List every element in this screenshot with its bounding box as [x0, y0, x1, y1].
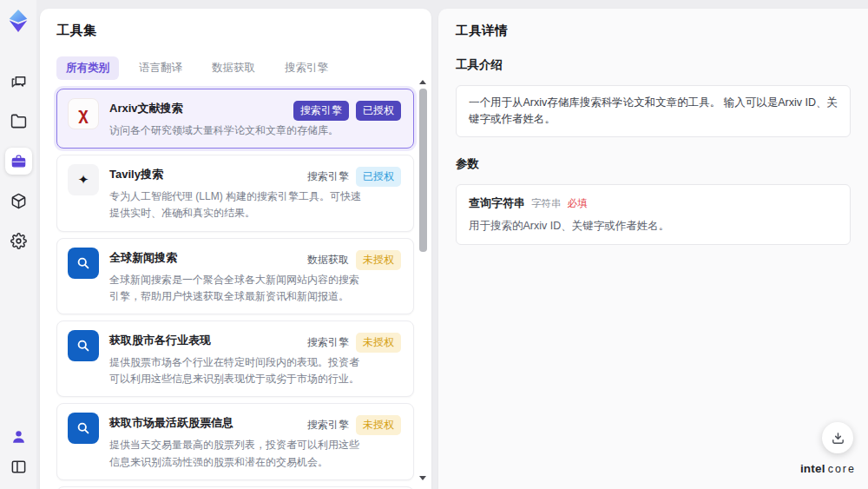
user-icon[interactable]: [6, 424, 30, 448]
tab-data-fetch[interactable]: 数据获取: [202, 56, 265, 80]
tool-card-active-stocks[interactable]: 获取市场最活跃股票信息 提供当天交易量最高的股票列表，投资者可以利用这些信息来识…: [56, 403, 414, 479]
intel-core-logo: intel core: [800, 462, 856, 475]
category-badge: 搜索引擎: [293, 101, 349, 121]
toolset-panel: 工具集 所有类别 语言翻译 数据获取 搜索引擎 χ Arxiv文献搜索 访问各个…: [40, 9, 431, 489]
tool-card-tavily[interactable]: ✦ Tavily搜索 专为人工智能代理 (LLM) 构建的搜索引擎工具。可快速提…: [56, 155, 414, 231]
auth-badge: 未授权: [356, 333, 401, 353]
app-logo-icon: [7, 9, 30, 33]
download-button[interactable]: [822, 422, 853, 453]
page-title: 工具集: [56, 23, 431, 39]
tab-all-categories[interactable]: 所有类别: [56, 56, 119, 80]
param-required-badge: 必填: [568, 197, 588, 210]
param-type: 字符串: [531, 197, 562, 210]
category-tabs: 所有类别 语言翻译 数据获取 搜索引擎: [56, 56, 431, 80]
sidebar: [0, 0, 36, 489]
scrollbar-up-button[interactable]: [419, 80, 426, 84]
auth-badge: 未授权: [356, 250, 401, 270]
params-heading: 参数: [456, 156, 851, 172]
chat-icon[interactable]: [5, 68, 32, 95]
tab-language-translation[interactable]: 语言翻译: [129, 56, 192, 80]
sidebar-bottom: [6, 424, 30, 479]
tool-description: 提供股票市场各个行业在特定时间段内的表现。投资者可以利用这些信息来识别表现优于或…: [109, 354, 365, 387]
brand-product: core: [828, 463, 856, 475]
tool-list: χ Arxiv文献搜索 访问各个研究领域大量科学论文和文章的存储库。 搜索引擎 …: [56, 89, 414, 489]
gear-icon[interactable]: [5, 228, 32, 254]
scrollbar-thumb[interactable]: [419, 89, 427, 252]
download-icon: [831, 431, 845, 446]
cube-icon[interactable]: [5, 188, 32, 215]
tool-intro-text: 一个用于从Arxiv存储库搜索科学论文和文章的工具。 输入可以是Arxiv ID…: [456, 85, 851, 137]
tool-card-arxiv[interactable]: χ Arxiv文献搜索 访问各个研究领域大量科学论文和文章的存储库。 搜索引擎 …: [56, 89, 414, 149]
tab-search-engine[interactable]: 搜索引擎: [275, 56, 338, 80]
blue-search-icon: [68, 413, 99, 444]
tool-card-global-news[interactable]: 全球新闻搜索 全球新闻搜索是一个聚合全球各大新闻网站内容的搜索引擎，帮助用户快速…: [56, 238, 414, 314]
param-description: 用于搜索的Arxiv ID、关键字或作者姓名。: [469, 219, 838, 234]
auth-badge: 未授权: [356, 415, 401, 435]
arxiv-logo-icon: χ: [68, 98, 99, 129]
blue-search-icon: [68, 248, 99, 279]
brand-vendor: intel: [800, 462, 825, 475]
auth-badge: 已授权: [356, 167, 401, 187]
tool-description: 专为人工智能代理 (LLM) 构建的搜索引擎工具。可快速提供实时、准确和真实的结…: [109, 188, 365, 221]
category-label: 数据获取: [307, 250, 349, 270]
folder-icon[interactable]: [5, 108, 32, 135]
collapse-panel-icon[interactable]: [6, 454, 30, 479]
toolbox-icon[interactable]: [5, 148, 32, 175]
category-label: 搜索引擎: [307, 415, 349, 435]
auth-badge: 已授权: [356, 101, 401, 121]
tool-description: 提供当天交易量最高的股票列表，投资者可以利用这些信息来识别流动性强的股票和潜在的…: [109, 437, 365, 470]
sidebar-nav: [5, 68, 32, 254]
tool-description: 访问各个研究领域大量科学论文和文章的存储库。: [109, 122, 365, 139]
category-label: 搜索引擎: [307, 333, 349, 353]
blue-search-icon: [68, 330, 99, 361]
tavily-star-icon: ✦: [68, 164, 99, 195]
category-label: 搜索引擎: [307, 167, 349, 187]
tool-detail-panel: 工具详情 工具介绍 一个用于从Arxiv存储库搜索科学论文和文章的工具。 输入可…: [438, 9, 868, 489]
detail-title: 工具详情: [456, 23, 851, 39]
scrollbar-down-button[interactable]: [419, 476, 426, 480]
param-name: 查询字符串: [469, 195, 525, 211]
parameter-card: 查询字符串 字符串 必填 用于搜索的Arxiv ID、关键字或作者姓名。: [456, 184, 851, 245]
arxiv-glyph: χ: [78, 105, 89, 122]
intro-heading: 工具介绍: [456, 57, 851, 73]
tool-card-stock-sectors[interactable]: 获取股市各行业表现 提供股票市场各个行业在特定时间段内的表现。投资者可以利用这些…: [56, 320, 414, 397]
tavily-glyph: ✦: [78, 172, 89, 188]
tool-description: 全球新闻搜索是一个聚合全球各大新闻网站内容的搜索引擎，帮助用户快速获取全球最新资…: [109, 272, 365, 305]
